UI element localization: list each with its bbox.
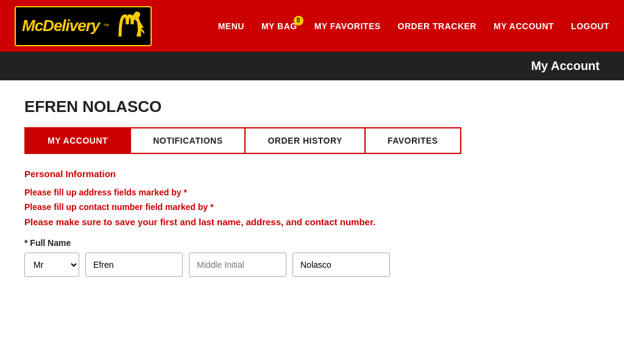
- nav-my-bag[interactable]: MY BAG: [261, 21, 297, 31]
- nav-links: MENU MY BAG 0 MY FAVORITES ORDER TRACKER…: [218, 21, 609, 32]
- svg-point-0: [134, 12, 140, 18]
- full-name-row: Mr Ms Mrs Dr: [24, 253, 600, 277]
- header: McDelivery™ MENU MY BAG 0 MY FAVORITES O…: [0, 0, 624, 52]
- account-tabs: MY ACCOUNT NOTIFICATIONS ORDER HISTORY F…: [24, 127, 461, 154]
- logo-tm: ™: [103, 23, 109, 29]
- tab-favorites[interactable]: FAVORITES: [366, 128, 460, 153]
- last-name-input[interactable]: [292, 253, 390, 277]
- page-title: My Account: [531, 59, 600, 72]
- bag-badge: 0: [294, 16, 303, 26]
- nav-menu[interactable]: MENU: [218, 21, 244, 31]
- nav-logout[interactable]: LOGOUT: [571, 21, 609, 31]
- page-title-bar: My Account: [0, 52, 624, 80]
- tab-notifications[interactable]: NOTIFICATIONS: [131, 128, 246, 153]
- tab-order-history[interactable]: ORDER HISTORY: [246, 128, 365, 153]
- full-name-label: * Full Name: [24, 238, 600, 248]
- logo-box: McDelivery™: [15, 6, 152, 46]
- user-full-name: EFREN NOLASCO: [24, 97, 600, 116]
- mcdonalds-logo-icon: [115, 10, 144, 43]
- warning-address: Please fill up address fields marked by …: [24, 187, 600, 197]
- title-select[interactable]: Mr Ms Mrs Dr: [24, 253, 79, 277]
- nav-my-favorites[interactable]: MY FAVORITES: [314, 21, 381, 31]
- first-name-input[interactable]: [85, 253, 183, 277]
- logo-text: McDelivery: [22, 16, 99, 35]
- nav-order-tracker[interactable]: ORDER TRACKER: [398, 21, 477, 31]
- warning-contact: Please fill up contact number field mark…: [24, 202, 600, 212]
- tab-my-account[interactable]: MY ACCOUNT: [26, 128, 131, 153]
- warning-save: Please make sure to save your first and …: [24, 217, 600, 227]
- nav-bag-wrapper[interactable]: MY BAG 0: [261, 21, 297, 32]
- section-personal-info: Personal Information: [24, 169, 600, 179]
- middle-initial-input[interactable]: [189, 253, 286, 277]
- nav-my-account[interactable]: MY ACCOUNT: [494, 21, 554, 31]
- logo-area: McDelivery™: [15, 6, 152, 46]
- main-content: EFREN NOLASCO MY ACCOUNT NOTIFICATIONS O…: [0, 80, 624, 294]
